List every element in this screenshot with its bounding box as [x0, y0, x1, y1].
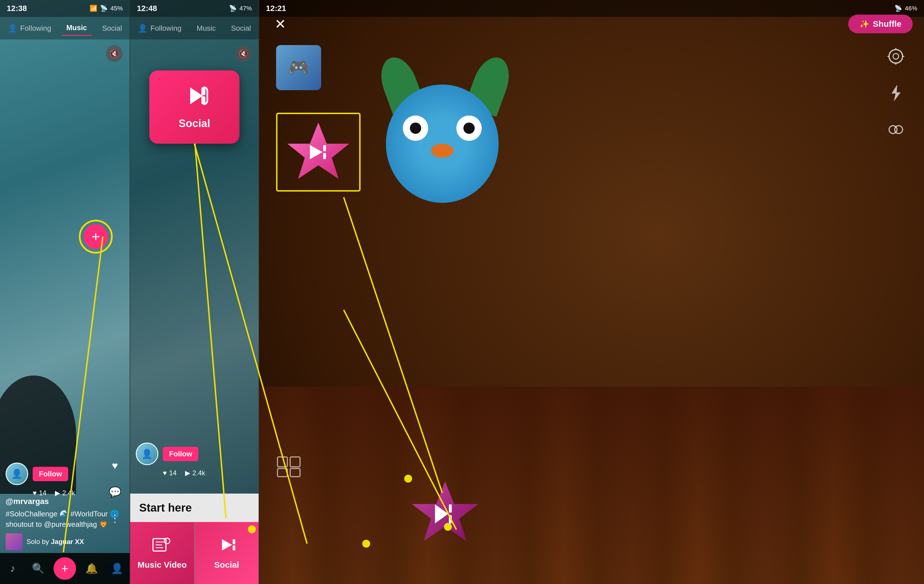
- like-action-1[interactable]: ♥: [106, 457, 124, 475]
- plus-annotation-circle: +: [79, 220, 113, 254]
- p3-right-icons: [884, 45, 907, 141]
- nav-add-1[interactable]: +: [53, 557, 76, 580]
- nav-following-1[interactable]: 👤 Following: [3, 21, 56, 36]
- likes-stat-1: ♥ 14: [33, 489, 46, 497]
- action-icons-1: ♥ 💬 ⋮: [106, 457, 124, 528]
- social-card-label: Social: [178, 117, 210, 130]
- comment-icon-1: 💬: [106, 483, 124, 501]
- heart-icon-1: ♥: [33, 489, 36, 497]
- song-row-1: Solo by Jaguar XX: [6, 533, 124, 550]
- likes-count-1: 14: [39, 489, 46, 497]
- svg-rect-12: [233, 545, 235, 551]
- gallery-icon[interactable]: [276, 455, 302, 483]
- furby-beak: [431, 144, 454, 158]
- add-button-1[interactable]: +: [83, 224, 108, 249]
- nav-music-2[interactable]: Music: [192, 21, 220, 36]
- yellow-dot-star: [404, 475, 412, 483]
- camera-on-star: [304, 141, 332, 163]
- song-thumbnail-1: [6, 533, 23, 550]
- nav-search-1[interactable]: 🔍: [28, 559, 48, 578]
- furby-pupil-left: [410, 122, 421, 134]
- more-icon-1: ⋮: [106, 510, 124, 528]
- small-star-container: [406, 476, 485, 550]
- social-card-icon: [180, 84, 208, 112]
- song-name-1: Solo by Jaguar XX: [26, 538, 84, 546]
- close-button[interactable]: ✕: [271, 14, 290, 34]
- following-icon: 👤: [8, 24, 18, 33]
- battery-1: 45%: [111, 5, 123, 12]
- large-star-box: [276, 113, 361, 191]
- svg-marker-1: [190, 87, 203, 104]
- nav-social-label-1: Social: [102, 24, 122, 33]
- views-stat-2: ▶ 2.4k: [185, 469, 205, 477]
- svg-point-22: [895, 125, 903, 134]
- nav-following-2[interactable]: 👤 Following: [133, 21, 186, 36]
- nav-notifications-1[interactable]: 🔔: [82, 559, 101, 578]
- status-icons-1: 📶 📡 45%: [89, 5, 123, 12]
- furby-pupil-right: [464, 122, 475, 134]
- comment-action-1[interactable]: 💬: [106, 483, 124, 501]
- mute-button-1[interactable]: 🔇: [106, 45, 123, 62]
- play-icon-1: ▶: [55, 489, 60, 497]
- more-action-1[interactable]: ⋮: [106, 510, 124, 528]
- svg-line-9: [167, 538, 170, 539]
- bottom-nav-1: ♪ 🔍 + 🔔 👤: [0, 553, 130, 584]
- svg-rect-32: [290, 457, 300, 467]
- mute-button-2[interactable]: 🔇: [235, 45, 252, 62]
- start-here-label: Start here: [130, 493, 259, 522]
- like-icon-1: ♥: [106, 457, 124, 475]
- music-video-button[interactable]: Music Video: [130, 522, 194, 584]
- likes-stat-2: ♥ 14: [163, 469, 177, 477]
- svg-rect-31: [277, 457, 287, 467]
- status-time-1: 12:38: [7, 4, 27, 13]
- p3-thumbnail[interactable]: 🎮: [276, 45, 321, 90]
- panel-1: 12:38 📶 📡 45% 👤 Following Music Social 🔇…: [0, 0, 130, 584]
- follow-button-1[interactable]: Follow: [33, 467, 68, 481]
- nav-social-2[interactable]: Social: [226, 21, 256, 36]
- svg-rect-26: [323, 153, 326, 159]
- svg-rect-25: [323, 145, 326, 151]
- yellow-dot-social: [248, 525, 256, 533]
- follow-button-2[interactable]: Follow: [163, 447, 198, 461]
- nav-following-label-2: Following: [150, 24, 182, 33]
- panel-3: 12:21 📡 46% ✕ ✨ Shuffle 🎮: [259, 0, 924, 584]
- wifi-icon: 📡: [100, 5, 107, 12]
- svg-marker-27: [412, 482, 478, 541]
- furby-eye-left: [403, 115, 428, 141]
- battery-2: 47%: [239, 5, 252, 12]
- top-nav-2: 👤 Following Music Social: [130, 17, 259, 40]
- p3-top-bar: ✕ ✨ Shuffle: [259, 0, 924, 36]
- wood-floor-overlay: [259, 387, 924, 584]
- camera-icon-btn[interactable]: [884, 45, 907, 68]
- star-icon-container: [282, 117, 355, 187]
- music-video-label: Music Video: [137, 560, 187, 570]
- social-icon-card: Social: [149, 71, 239, 144]
- status-icons-2: 📡 47%: [229, 5, 252, 12]
- following-icon-2: 👤: [138, 24, 148, 33]
- svg-point-14: [889, 49, 903, 63]
- svg-marker-10: [222, 539, 232, 551]
- social-start-icon: [217, 536, 237, 556]
- shuffle-button[interactable]: ✨ Shuffle: [848, 15, 913, 33]
- status-bar-1: 12:38 📶 📡 45%: [0, 0, 130, 17]
- nav-following-label-1: Following: [20, 24, 51, 33]
- nav-music-label-1: Music: [66, 23, 87, 32]
- avatar-1: 👤: [6, 463, 28, 485]
- status-bar-2: 12:48 📡 47%: [130, 0, 259, 17]
- avatar-2: 👤: [136, 442, 158, 465]
- nav-music-1[interactable]: Music: [62, 21, 92, 36]
- flash-icon-btn[interactable]: [884, 82, 907, 104]
- nav-social-1[interactable]: Social: [97, 21, 127, 36]
- nav-social-label-2: Social: [231, 24, 251, 33]
- svg-rect-2: [201, 87, 205, 95]
- stats-row-2: ♥ 14 ▶ 2.4k: [163, 469, 253, 477]
- effects-icon-btn[interactable]: [884, 118, 907, 141]
- views-stat-1: ▶ 2.4k: [55, 489, 75, 497]
- nav-home-1[interactable]: ♪: [3, 559, 23, 578]
- shuffle-icon: ✨: [860, 20, 870, 29]
- views-count-1: 2.4k: [62, 489, 75, 497]
- shuffle-label: Shuffle: [873, 19, 901, 29]
- nav-profile-1[interactable]: 👤: [107, 559, 127, 578]
- svg-rect-33: [277, 469, 287, 477]
- status-time-2: 12:48: [137, 4, 157, 13]
